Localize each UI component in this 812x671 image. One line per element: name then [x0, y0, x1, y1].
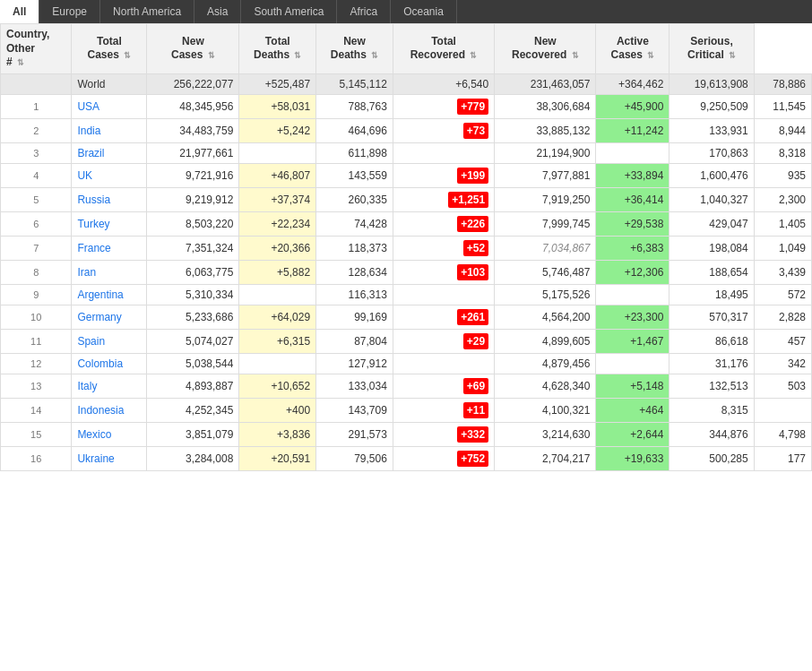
row-14-cell-1[interactable]: Mexico	[72, 422, 147, 446]
row-1-cell-1[interactable]: India	[72, 118, 147, 142]
row-4-cell-6: 7,919,250	[495, 187, 596, 211]
row-12-cell-7: +5,148	[596, 374, 669, 398]
row-12-cell-0: 13	[1, 374, 72, 398]
world-cell-6: 231,463,057	[495, 73, 596, 94]
row-2-cell-0: 3	[1, 142, 72, 163]
row-6-cell-0: 7	[1, 236, 72, 260]
row-6-cell-5: +52	[393, 236, 494, 260]
row-15-cell-3: +20,591	[239, 446, 316, 470]
table-row: 16Ukraine3,284,008+20,59179,506+7522,704…	[1, 446, 812, 470]
row-11-cell-1[interactable]: Colombia	[72, 353, 147, 374]
row-1-cell-5: +73	[393, 118, 494, 142]
tab-africa[interactable]: Africa	[337, 0, 391, 23]
header-col-5[interactable]: TotalRecovered ⇅	[393, 24, 494, 74]
row-1-cell-9: 8,944	[754, 118, 811, 142]
world-row: World256,222,077+525,4875,145,112+6,5402…	[1, 73, 812, 94]
world-cell-9: 78,886	[754, 73, 811, 94]
row-11-cell-9: 342	[754, 353, 811, 374]
row-5-cell-8: 429,047	[669, 211, 754, 236]
sort-icon: ⇅	[17, 58, 24, 69]
world-cell-5: +6,540	[393, 73, 494, 94]
row-8-cell-1[interactable]: Argentina	[72, 284, 147, 305]
row-9-cell-1[interactable]: Germany	[72, 305, 147, 329]
table-row: 6Turkey8,503,220+22,23474,428+2267,999,7…	[1, 211, 812, 236]
row-4-cell-4: 260,335	[316, 187, 393, 211]
table-row: 8Iran6,063,775+5,882128,634+1035,746,487…	[1, 260, 812, 284]
row-13-cell-7: +464	[596, 398, 669, 422]
world-cell-8: 19,613,908	[669, 73, 754, 94]
row-5-cell-6: 7,999,745	[495, 211, 596, 236]
row-5-cell-2: 8,503,220	[147, 211, 239, 236]
row-6-cell-1[interactable]: France	[72, 236, 147, 260]
row-2-cell-5	[393, 142, 494, 163]
world-cell-1[interactable]: World	[72, 73, 147, 94]
row-15-cell-6: 2,704,217	[495, 446, 596, 470]
row-1-cell-2: 34,483,759	[147, 118, 239, 142]
row-12-cell-1[interactable]: Italy	[72, 374, 147, 398]
row-7-cell-4: 128,634	[316, 260, 393, 284]
new-deaths-badge: +752	[457, 451, 488, 467]
row-15-cell-7: +19,633	[596, 446, 669, 470]
header-col-4[interactable]: NewDeaths ⇅	[316, 24, 393, 74]
tab-europe[interactable]: Europe	[39, 0, 100, 23]
row-13-cell-4: 143,709	[316, 398, 393, 422]
row-5-cell-5: +226	[393, 211, 494, 236]
row-3-cell-8: 1,600,476	[669, 163, 754, 187]
row-7-cell-2: 6,063,775	[147, 260, 239, 284]
row-8-cell-4: 116,313	[316, 284, 393, 305]
row-15-cell-0: 16	[1, 446, 72, 470]
row-4-cell-1[interactable]: Russia	[72, 187, 147, 211]
header-col-0[interactable]: Country,Other# ⇅	[1, 24, 72, 74]
table-row: 13Italy4,893,887+10,652133,034+694,628,3…	[1, 374, 812, 398]
tab-south-america[interactable]: South America	[241, 0, 337, 23]
row-15-cell-1[interactable]: Ukraine	[72, 446, 147, 470]
header-col-8[interactable]: Serious,Critical ⇅	[669, 24, 754, 74]
row-10-cell-6: 4,899,605	[495, 329, 596, 353]
row-4-cell-3: +37,374	[239, 187, 316, 211]
header-col-3[interactable]: TotalDeaths ⇅	[239, 24, 316, 74]
header-col-7[interactable]: ActiveCases ⇅	[596, 24, 669, 74]
row-8-cell-7	[596, 284, 669, 305]
row-10-cell-5: +29	[393, 329, 494, 353]
row-10-cell-9: 457	[754, 329, 811, 353]
tab-all[interactable]: All	[0, 0, 39, 23]
tab-north-america[interactable]: North America	[100, 0, 194, 23]
row-13-cell-5: +11	[393, 398, 494, 422]
header-col-6[interactable]: NewRecovered ⇅	[495, 24, 596, 74]
new-deaths-badge: +11	[463, 402, 488, 418]
row-8-cell-5	[393, 284, 494, 305]
row-11-cell-0: 12	[1, 353, 72, 374]
row-10-cell-2: 5,074,027	[147, 329, 239, 353]
row-14-cell-9: 4,798	[754, 422, 811, 446]
row-14-cell-7: +2,644	[596, 422, 669, 446]
tab-oceania[interactable]: Oceania	[391, 0, 457, 23]
row-3-cell-1[interactable]: UK	[72, 163, 147, 187]
sort-icon: ⇅	[124, 51, 131, 62]
sort-icon: ⇅	[647, 51, 654, 62]
row-12-cell-8: 132,513	[669, 374, 754, 398]
row-0-cell-1[interactable]: USA	[72, 94, 147, 118]
table-row: 5Russia9,219,912+37,374260,335+1,2517,91…	[1, 187, 812, 211]
row-3-cell-4: 143,559	[316, 163, 393, 187]
header-col-2[interactable]: NewCases ⇅	[147, 24, 239, 74]
header-col-1[interactable]: TotalCases ⇅	[72, 24, 147, 74]
table-row: 2India34,483,759+5,242464,696+7333,885,1…	[1, 118, 812, 142]
row-7-cell-1[interactable]: Iran	[72, 260, 147, 284]
row-10-cell-8: 86,618	[669, 329, 754, 353]
new-deaths-badge: +29	[463, 333, 488, 349]
row-12-cell-9: 503	[754, 374, 811, 398]
table-row: 7France7,351,324+20,366118,373+527,034,8…	[1, 236, 812, 260]
row-2-cell-1[interactable]: Brazil	[72, 142, 147, 163]
new-deaths-badge: +199	[457, 168, 488, 184]
row-10-cell-1[interactable]: Spain	[72, 329, 147, 353]
row-3-cell-3: +46,807	[239, 163, 316, 187]
row-12-cell-5: +69	[393, 374, 494, 398]
row-4-cell-0: 5	[1, 187, 72, 211]
row-13-cell-1[interactable]: Indonesia	[72, 398, 147, 422]
row-0-cell-3: +58,031	[239, 94, 316, 118]
row-5-cell-7: +29,538	[596, 211, 669, 236]
row-1-cell-4: 464,696	[316, 118, 393, 142]
row-9-cell-9: 2,828	[754, 305, 811, 329]
row-5-cell-1[interactable]: Turkey	[72, 211, 147, 236]
tab-asia[interactable]: Asia	[194, 0, 241, 23]
